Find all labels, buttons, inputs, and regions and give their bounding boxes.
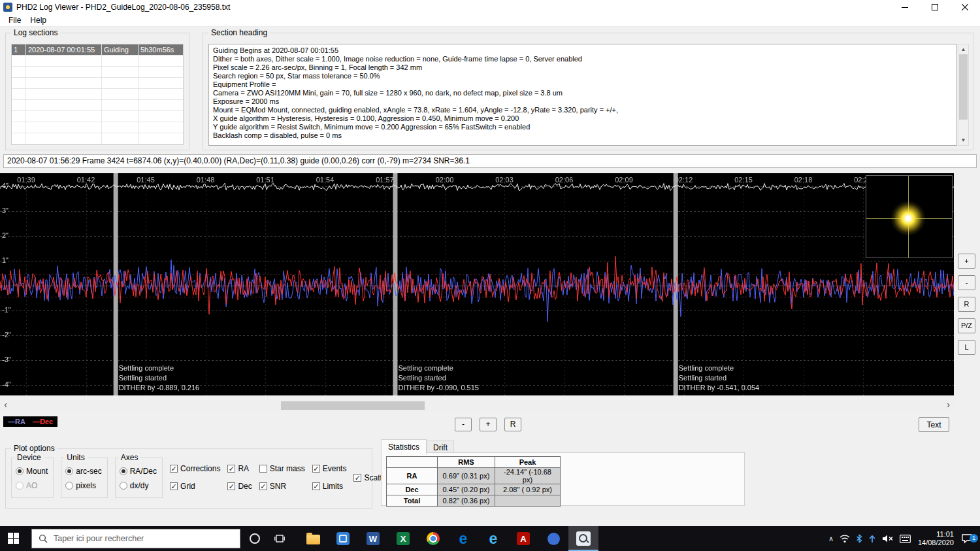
guide-chart-area: 01:3901:4201:4501:4801:5101:5401:5702:00…	[0, 173, 980, 395]
taskbar: WXeeA ∧ 11:01 14/08/2020	[0, 526, 980, 551]
action-center-button[interactable]: 1	[961, 533, 976, 544]
chart-reset-button[interactable]: R	[958, 297, 975, 312]
checkbox-grid[interactable]: ✓Grid	[170, 482, 220, 491]
chrome-icon	[427, 532, 440, 545]
radio-pixels[interactable]: pixels	[65, 481, 101, 490]
log-section-row[interactable]	[12, 78, 183, 89]
chart-zoom-in-button[interactable]: +	[958, 254, 975, 269]
minimize-button[interactable]	[890, 0, 920, 14]
file-explorer-icon	[306, 535, 320, 544]
radio-mount[interactable]: Mount	[16, 467, 48, 476]
log-sections-group: Log sections 12020-08-07 00:01:55Guiding…	[5, 33, 189, 150]
radio-ra-dec[interactable]: RA/Dec	[120, 467, 157, 476]
task-view-icon	[274, 534, 285, 543]
tab-statistics[interactable]: Statistics	[381, 439, 427, 454]
section-heading-group: Section heading Guiding Begins at 2020-0…	[203, 33, 973, 150]
checkbox-ra[interactable]: ✓RA	[227, 464, 252, 473]
close-icon	[962, 4, 968, 10]
log-section-row[interactable]	[12, 56, 183, 67]
log-text-line: Y guide algorithm = Resist Switch, Minim…	[213, 123, 956, 131]
checkbox-corrections[interactable]: ✓Corrections	[170, 464, 220, 473]
taskbar-app-acrobat[interactable]: A	[508, 526, 538, 551]
taskbar-app-chrome[interactable]	[418, 526, 448, 551]
vscale-minus-button[interactable]: -	[455, 418, 472, 431]
guide-chart-canvas[interactable]	[0, 173, 954, 395]
taskbar-app-phd2-log-viewer[interactable]	[568, 526, 598, 551]
log-section-row[interactable]	[12, 89, 183, 100]
tray-expand-icon[interactable]: ∧	[828, 535, 834, 543]
stats-row-total: Total0.82" (0.36 px)	[387, 495, 561, 507]
system-tray: ∧ 11:01 14/08/2020	[828, 526, 976, 551]
section-scrollbar[interactable]: ▲ ▼	[958, 44, 969, 146]
text-button[interactable]: Text	[919, 417, 949, 432]
menu-file[interactable]: File	[4, 16, 25, 25]
taskbar-clock[interactable]: 11:01 14/08/2020	[917, 530, 955, 547]
log-section-row[interactable]	[12, 122, 183, 133]
safely-remove-icon[interactable]	[868, 534, 876, 543]
scroll-left-arrow-icon[interactable]: ‹	[0, 400, 11, 411]
log-sections-label: Log sections	[11, 28, 60, 37]
group-units: Unitsarc-secpixels	[61, 458, 107, 498]
taskbar-app-excel[interactable]: X	[388, 526, 418, 551]
log-text-line: Search region = 50 px, Star mass toleran…	[213, 72, 956, 80]
chart-pan-zoom-button[interactable]: P/Z	[958, 318, 975, 333]
star-profile-inset	[866, 175, 953, 258]
taskbar-app-word[interactable]: W	[358, 526, 388, 551]
chart-scroll-thumb[interactable]	[281, 401, 425, 410]
vscale-reset-button[interactable]: R	[504, 418, 521, 431]
cortana-button[interactable]	[250, 533, 260, 544]
legend-dec: —Dec	[33, 418, 53, 426]
taskbar-app-blue-app[interactable]	[328, 526, 358, 551]
wifi-icon[interactable]	[840, 534, 850, 543]
chart-zoom-out-button[interactable]: -	[958, 275, 975, 290]
taskbar-app-internet-explorer[interactable]: e	[478, 526, 508, 551]
taskbar-apps: WXeeA	[298, 526, 598, 551]
touch-keyboard-icon[interactable]	[900, 535, 911, 543]
log-section-row[interactable]	[12, 100, 183, 111]
plot-options-content: DeviceMountAOUnitsarc-secpixelsAxesRA/De…	[6, 449, 372, 498]
log-text-line: Backlash comp = disabled, pulse = 0 ms	[213, 131, 956, 140]
checkbox-star-mass[interactable]: Star mass	[259, 464, 305, 473]
taskbar-app-blue-app-2[interactable]	[538, 526, 568, 551]
radio-dx-dy[interactable]: dx/dy	[120, 481, 157, 490]
log-section-row[interactable]	[12, 133, 183, 144]
log-text-line: Mount = EQMod Mount, connected, guiding …	[213, 106, 956, 114]
taskbar-app-edge[interactable]: e	[448, 526, 478, 551]
scroll-down-arrow-icon[interactable]: ▼	[958, 135, 968, 145]
bluetooth-icon[interactable]	[856, 534, 862, 543]
checkbox-events[interactable]: ✓Events	[312, 464, 347, 473]
scroll-right-arrow-icon[interactable]: ›	[943, 400, 954, 411]
log-section-row[interactable]	[12, 111, 183, 122]
blue-app-2-icon	[547, 533, 560, 545]
taskbar-app-file-explorer[interactable]	[298, 526, 328, 551]
close-button[interactable]	[950, 0, 980, 14]
scroll-up-arrow-icon[interactable]: ▲	[958, 44, 968, 54]
log-text-line: Dither = both axes, Dither scale = 1.000…	[213, 55, 956, 63]
radio-ao[interactable]: AO	[16, 481, 48, 490]
group-axes: AxesRA/Decdx/dy	[115, 458, 163, 498]
section-scroll-thumb[interactable]	[959, 54, 968, 120]
task-view-button[interactable]	[274, 534, 285, 545]
radio-arc-sec[interactable]: arc-sec	[65, 467, 101, 476]
start-button[interactable]	[8, 533, 19, 546]
trace-legend: —RA—Dec	[3, 416, 57, 427]
vscale-plus-button[interactable]: +	[480, 418, 497, 431]
checkbox-snr[interactable]: ✓SNR	[259, 482, 305, 491]
plot-options-group: Plot options DeviceMountAOUnitsarc-secpi…	[5, 448, 372, 509]
legend-ra: —RA	[8, 418, 25, 426]
log-text-line: Exposure = 2000 ms	[213, 97, 956, 106]
taskbar-search[interactable]	[31, 529, 240, 548]
word-icon: W	[367, 532, 380, 545]
maximize-button[interactable]	[920, 0, 950, 14]
log-section-row[interactable]	[12, 67, 183, 78]
log-section-row[interactable]: 12020-08-07 00:01:55Guiding5h30m56s	[12, 44, 183, 56]
checkbox-dec[interactable]: ✓Dec	[227, 482, 252, 491]
chart-hscrollbar[interactable]: ‹ ›	[0, 400, 954, 411]
menu-help[interactable]: Help	[25, 16, 51, 25]
checkbox-limits[interactable]: ✓Limits	[312, 482, 347, 491]
search-input[interactable]	[54, 534, 217, 543]
chart-lock-button[interactable]: L	[958, 340, 975, 355]
guide-star	[890, 201, 926, 236]
log-text-line: Guiding Begins at 2020-08-07 00:01:55	[213, 46, 956, 55]
volume-muted-icon[interactable]	[882, 534, 894, 543]
